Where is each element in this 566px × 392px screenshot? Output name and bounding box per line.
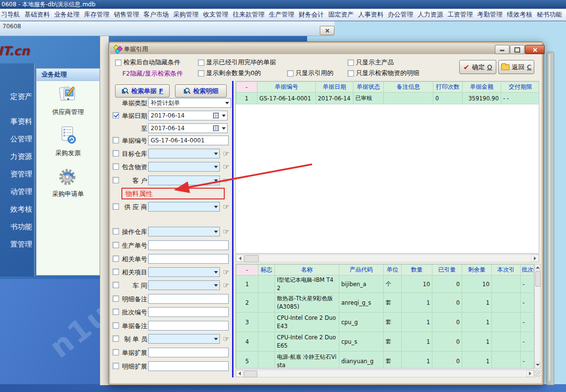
- table-row[interactable]: 1I型笔记本电脑-IBM T42bijiben_a个10010-: [236, 275, 535, 293]
- chevron-down-icon[interactable]: [225, 102, 229, 104]
- form-field-1[interactable]: 2017-06-14: [148, 111, 228, 120]
- column-header-1[interactable]: 单据编号: [257, 82, 316, 93]
- cell[interactable]: -: [521, 313, 535, 332]
- cell[interactable]: [492, 352, 521, 369]
- cell[interactable]: 1: [236, 275, 258, 293]
- table-row[interactable]: 4CPU-Intel Core 2 Duo E65cpu_s套101-: [236, 332, 535, 352]
- maximize-button[interactable]: [510, 45, 525, 54]
- form-field-5[interactable]: [148, 162, 220, 172]
- cell[interactable]: 1: [402, 332, 432, 352]
- form-field-3[interactable]: GS-17-06-14-0001: [148, 136, 229, 145]
- column-header-0[interactable]: -: [236, 82, 257, 93]
- cell[interactable]: -: [521, 332, 535, 352]
- menu-item-12[interactable]: 人事资料: [358, 10, 384, 19]
- cell[interactable]: 359190.90: [463, 93, 501, 104]
- form-field-7[interactable]: [148, 202, 220, 212]
- menu-item-17[interactable]: 绩效考核: [507, 10, 532, 19]
- cell[interactable]: dianyuan_g: [339, 352, 384, 369]
- sidebar-item-4[interactable]: 资管理: [0, 170, 32, 179]
- filter-0[interactable]: 检索后自动隐藏条件: [115, 58, 180, 67]
- cell[interactable]: CPU-Intel Core 2 Duo E65: [275, 332, 339, 352]
- form-field-16[interactable]: [148, 334, 220, 344]
- form-field-15[interactable]: [148, 321, 229, 331]
- cell[interactable]: [258, 293, 275, 313]
- picker-hand-icon-16[interactable]: ☞: [223, 334, 229, 344]
- chevron-down-icon[interactable]: [214, 271, 218, 274]
- form-checkbox-15[interactable]: [113, 322, 119, 329]
- column-header-3[interactable]: 产品代码: [339, 265, 384, 275]
- cell[interactable]: 1: [462, 313, 492, 332]
- child-close-button[interactable]: [320, 26, 334, 35]
- ok-button[interactable]: ✔ 确定 O: [459, 60, 496, 74]
- form-field-9[interactable]: [148, 240, 229, 250]
- form-checkbox-14[interactable]: [113, 309, 119, 315]
- cell[interactable]: cpu_s: [339, 332, 384, 352]
- form-checkbox-6[interactable]: [113, 177, 119, 183]
- form-field-10[interactable]: [148, 254, 229, 264]
- cell[interactable]: -: [521, 352, 535, 369]
- cell[interactable]: GS-17-06-14-0001: [257, 93, 316, 104]
- sidebar-item-2[interactable]: 公管理: [0, 135, 32, 144]
- filter-4[interactable]: 只显示引用的: [287, 69, 333, 78]
- sidebar-item-7[interactable]: 书功能: [0, 222, 32, 232]
- chevron-down-icon[interactable]: [222, 115, 226, 117]
- cell[interactable]: [258, 275, 275, 293]
- panel-item-2[interactable]: 采购申请单: [37, 165, 99, 198]
- sidebar-item-8[interactable]: 置管理: [0, 240, 32, 249]
- menu-item-8[interactable]: 往来款管理: [233, 10, 264, 19]
- cell[interactable]: I型笔记本电脑-IBM T42: [275, 275, 339, 293]
- panel-item-1[interactable]: 采购发票: [37, 124, 99, 157]
- menu-item-7[interactable]: 收支管理: [203, 10, 228, 19]
- detail-table-vscrollbar[interactable]: [534, 264, 541, 369]
- calendar-icon[interactable]: [213, 113, 219, 118]
- menu-item-5[interactable]: 客户市场: [143, 10, 169, 19]
- panel-item-0[interactable]: 供应商管理: [37, 83, 99, 117]
- column-header-4[interactable]: 单位: [384, 265, 402, 275]
- form-checkbox-1[interactable]: [113, 112, 119, 118]
- chevron-down-icon[interactable]: [214, 166, 218, 168]
- checkbox-unchecked[interactable]: [348, 70, 354, 77]
- close-button[interactable]: [525, 45, 545, 54]
- form-field-8[interactable]: [148, 227, 220, 236]
- picker-hand-icon-7[interactable]: ☞: [223, 202, 229, 212]
- cell[interactable]: [492, 275, 521, 293]
- cell[interactable]: 5: [236, 352, 258, 369]
- column-header-7[interactable]: 交付期限: [501, 82, 540, 93]
- menu-item-11[interactable]: 固定资产: [329, 10, 354, 19]
- menu-item-16[interactable]: 考勤管理: [477, 10, 503, 19]
- menu-item-10[interactable]: 财务会计: [298, 10, 324, 19]
- column-header-5[interactable]: 数量: [402, 265, 432, 275]
- column-header-5[interactable]: 打印次数: [433, 82, 463, 93]
- detail-table-hscrollbar[interactable]: [235, 370, 534, 377]
- table-row[interactable]: 3CPU-Intel Core 2 Duo E43cpu_g套101-: [236, 313, 535, 332]
- filter-3[interactable]: 显示剩余数量为0的: [198, 69, 261, 78]
- cell[interactable]: 个: [384, 275, 402, 293]
- chevron-down-icon[interactable]: [214, 206, 218, 208]
- cell[interactable]: 4: [236, 332, 258, 352]
- cell[interactable]: [258, 313, 275, 332]
- cell[interactable]: 10: [462, 275, 492, 293]
- sidebar-item-0[interactable]: 定资产: [0, 92, 32, 101]
- column-header-6[interactable]: 已引量: [432, 265, 462, 275]
- checkbox-unchecked[interactable]: [198, 59, 204, 66]
- cell[interactable]: 已审核: [353, 93, 384, 104]
- column-header-2[interactable]: 单据日期: [316, 82, 353, 93]
- cell[interactable]: 1: [462, 352, 492, 369]
- cell[interactable]: anreqi_g_s: [339, 293, 384, 313]
- form-checkbox-7[interactable]: [113, 203, 119, 210]
- search-documents-button[interactable]: 检索单据 F: [115, 84, 170, 98]
- menu-item-2[interactable]: 业务处理: [54, 10, 79, 19]
- chevron-down-icon[interactable]: [214, 284, 218, 287]
- column-header-3[interactable]: 单据状态: [353, 82, 384, 93]
- cell[interactable]: 0: [433, 93, 463, 104]
- minimize-button[interactable]: [495, 45, 509, 54]
- form-field-0[interactable]: 补货计划单: [148, 98, 231, 108]
- checkbox-unchecked[interactable]: [115, 59, 121, 66]
- calendar-icon[interactable]: [213, 125, 219, 131]
- cell[interactable]: 10: [402, 275, 432, 293]
- form-field-17[interactable]: [148, 348, 229, 357]
- form-field-2[interactable]: 2017-06-14: [148, 123, 228, 133]
- cell[interactable]: 1: [402, 293, 432, 313]
- sidebar-item-6[interactable]: 效考核: [0, 205, 32, 214]
- cell[interactable]: - -: [501, 93, 540, 104]
